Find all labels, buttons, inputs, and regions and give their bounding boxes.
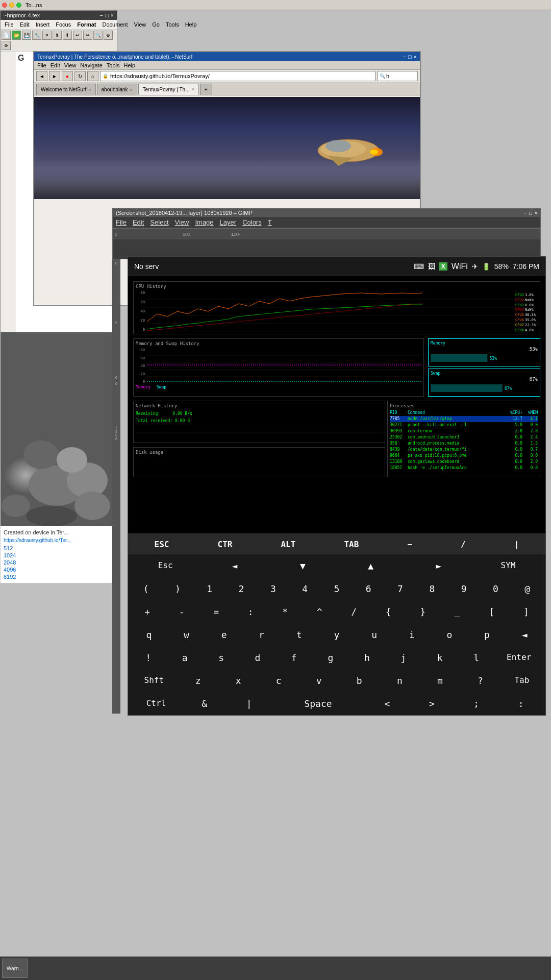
key-a[interactable]: a xyxy=(173,648,196,667)
key-slash[interactable]: / xyxy=(456,536,471,552)
netsurf-maximize[interactable]: □ xyxy=(408,54,412,60)
key-ctr[interactable]: CTR xyxy=(213,536,238,552)
gedit-menu-document[interactable]: Document xyxy=(100,21,130,28)
key-d[interactable]: d xyxy=(246,648,269,667)
key-minus[interactable]: − xyxy=(402,536,417,552)
key-esc-func[interactable]: ESC xyxy=(149,536,174,552)
key-pipe-kb[interactable]: | xyxy=(238,694,260,713)
netsurf-minimize[interactable]: − xyxy=(403,54,406,60)
key-tab-kb[interactable]: Tab xyxy=(509,671,534,690)
tab-termuxpovray[interactable]: TermuxPovray | Th... × xyxy=(138,84,199,95)
toolbar-btn8[interactable]: ↩ xyxy=(73,31,82,40)
nav-reload[interactable]: ↻ xyxy=(74,71,86,81)
netsurf-menu-view[interactable]: View xyxy=(64,62,77,68)
gimp-menu-image[interactable]: Image xyxy=(195,218,213,226)
key-fwdslash[interactable]: / xyxy=(343,602,365,621)
key-exclaim[interactable]: ! xyxy=(137,648,160,667)
key-gt[interactable]: > xyxy=(420,694,443,713)
toolbar-btn7[interactable]: ⬇ xyxy=(63,31,72,40)
gimp-close[interactable]: × xyxy=(534,210,537,216)
key-lt[interactable]: < xyxy=(376,694,398,713)
gedit-menu-tools[interactable]: Tools xyxy=(164,21,181,28)
key-lparen[interactable]: ( xyxy=(135,579,157,598)
key-v[interactable]: v xyxy=(308,671,330,690)
key-plus[interactable]: + xyxy=(136,602,159,621)
key-semicolon[interactable]: ; xyxy=(465,694,488,713)
key-pipe[interactable]: | xyxy=(509,536,524,552)
key-q[interactable]: q xyxy=(138,625,160,644)
gimp-menu-colors[interactable]: Colors xyxy=(242,218,262,226)
key-p[interactable]: p xyxy=(475,625,498,644)
netsurf-menu-navigate[interactable]: Navigate xyxy=(80,62,102,68)
key-4[interactable]: 4 xyxy=(294,579,316,598)
gimp-minimize[interactable]: − xyxy=(524,210,527,216)
tab-close-about[interactable]: × xyxy=(130,87,132,92)
gimp-menu-edit[interactable]: Edit xyxy=(133,218,144,226)
netsurf-close[interactable]: × xyxy=(414,54,417,60)
gimp-maximize[interactable]: □ xyxy=(529,210,532,216)
key-asterisk[interactable]: * xyxy=(274,602,296,621)
key-left[interactable]: ◄ xyxy=(223,556,246,575)
toolbar-btn11[interactable]: ⊕ xyxy=(104,31,113,40)
gimp-menu-layer[interactable]: Layer xyxy=(220,218,237,226)
key-up[interactable]: ▲ xyxy=(360,556,382,575)
toolbar-btn5[interactable]: ✕ xyxy=(42,31,52,40)
key-8[interactable]: 8 xyxy=(421,579,443,598)
key-equals[interactable]: = xyxy=(205,602,228,621)
netsurf-menu-tools[interactable]: Tools xyxy=(107,62,120,68)
gimp-menu-view[interactable]: View xyxy=(175,218,189,226)
url-bar[interactable]: 🔒 https://sdrausty.github.io/TermuxPovra… xyxy=(100,71,375,81)
minimize-button[interactable] xyxy=(9,3,14,8)
key-lbrace[interactable]: { xyxy=(377,602,399,621)
toolbar-btn6[interactable]: ⬆ xyxy=(53,31,62,40)
tab-new[interactable]: + xyxy=(200,84,212,95)
key-question[interactable]: ? xyxy=(469,671,491,690)
size-512[interactable]: 512 xyxy=(4,545,114,551)
netsurf-menu-edit[interactable]: Edit xyxy=(51,62,60,68)
nav-forward[interactable]: ► xyxy=(49,71,60,81)
nav-back[interactable]: ◄ xyxy=(36,71,47,81)
size-8192[interactable]: 8192 xyxy=(4,574,114,580)
key-ampersand[interactable]: & xyxy=(193,694,216,713)
key-colon[interactable]: : xyxy=(239,602,262,621)
gedit-close[interactable]: × xyxy=(111,12,114,18)
gedit-maximize[interactable]: □ xyxy=(105,12,109,18)
thumbnail-url[interactable]: https://sdrausty.github.io/Ter... xyxy=(4,537,114,543)
gedit-menu-edit[interactable]: Edit xyxy=(18,21,32,28)
key-c[interactable]: c xyxy=(267,671,290,690)
key-alt[interactable]: ALT xyxy=(276,536,300,552)
gimp-menu-t[interactable]: T xyxy=(268,218,272,226)
toolbar-btn9[interactable]: ↪ xyxy=(83,31,92,40)
toolbar-btn4[interactable]: 🔧 xyxy=(32,31,41,40)
key-at[interactable]: @ xyxy=(516,579,539,598)
key-w[interactable]: w xyxy=(175,625,197,644)
maximize-button[interactable] xyxy=(16,3,21,8)
gedit-menu-file[interactable]: File xyxy=(3,21,16,28)
nav-stop[interactable]: ● xyxy=(62,71,73,81)
size-4096[interactable]: 4096 xyxy=(4,567,114,573)
gedit-menu-help[interactable]: Help xyxy=(183,21,199,28)
key-dash[interactable]: - xyxy=(170,602,193,621)
key-down[interactable]: ▼ xyxy=(291,556,314,575)
gimp-menu-file[interactable]: File xyxy=(116,218,127,226)
key-7[interactable]: 7 xyxy=(389,579,412,598)
key-g[interactable]: g xyxy=(319,648,342,667)
toolbar-btn10[interactable]: 🔍 xyxy=(93,31,103,40)
gedit-menu-insert[interactable]: Insert xyxy=(34,21,52,28)
tab-close-welcome[interactable]: × xyxy=(88,87,91,92)
gedit-menu-format[interactable]: Format xyxy=(75,21,98,28)
key-3[interactable]: 3 xyxy=(262,579,284,598)
size-2048[interactable]: 2048 xyxy=(4,559,114,566)
key-e[interactable]: e xyxy=(213,625,235,644)
key-shift[interactable]: Shft xyxy=(139,671,169,690)
key-sym[interactable]: SYM xyxy=(495,556,520,575)
key-esc[interactable]: Esc xyxy=(153,556,178,575)
key-caret[interactable]: ^ xyxy=(308,602,331,621)
key-ctrl[interactable]: Ctrl xyxy=(141,694,171,713)
key-colon-bot[interactable]: : xyxy=(510,694,532,713)
toolbar-btn12[interactable]: ⊗ xyxy=(2,41,11,50)
key-2[interactable]: 2 xyxy=(230,579,253,598)
key-right[interactable]: ► xyxy=(428,556,450,575)
key-n[interactable]: n xyxy=(388,671,411,690)
key-backspace[interactable]: ◄ xyxy=(513,625,536,644)
